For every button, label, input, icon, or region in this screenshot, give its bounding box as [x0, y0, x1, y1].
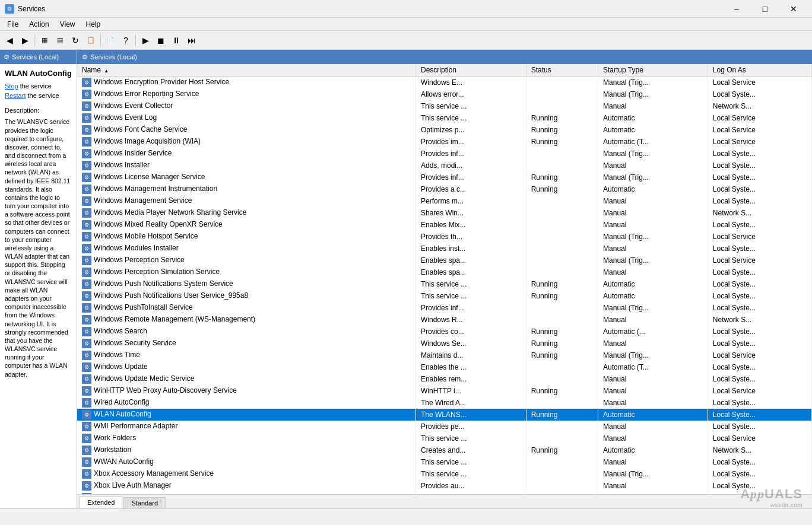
table-row[interactable]: ⚙Work FoldersThis service ...ManualLocal…: [77, 432, 812, 444]
col-startup[interactable]: Startup Type: [598, 64, 708, 77]
toolbar-restart[interactable]: ⏭: [185, 33, 199, 47]
table-row[interactable]: ⚙Windows Event CollectorThis service ...…: [77, 100, 812, 112]
cell-description: Windows Se...: [416, 338, 526, 349]
toolbar-view-toggle[interactable]: ▦: [37, 33, 52, 47]
col-logon[interactable]: Log On As: [708, 64, 811, 77]
cell-status: [526, 480, 598, 492]
service-icon: ⚙: [82, 434, 91, 443]
table-row[interactable]: ⚙Windows Modules InstallerEnables inst..…: [77, 243, 812, 254]
table-row[interactable]: ⚙Windows Media Player Network Sharing Se…: [77, 207, 812, 219]
table-row[interactable]: ⚙Windows SearchProvides co...RunningAuto…: [77, 326, 812, 338]
cell-name: ⚙Windows Update: [77, 361, 416, 373]
table-row[interactable]: ⚙Windows Error Reporting ServiceAllows e…: [77, 88, 812, 100]
table-row[interactable]: ⚙Windows Mobile Hotspot ServiceProvides …: [77, 231, 812, 243]
toolbar-forward[interactable]: ▶: [18, 33, 32, 47]
cell-status: [526, 77, 598, 89]
table-row[interactable]: ⚙WWAN AutoConfigThis service ...ManualLo…: [77, 456, 812, 468]
service-icon: ⚙: [82, 457, 91, 467]
cell-status: [526, 243, 598, 254]
tab-extended[interactable]: Extended: [80, 497, 122, 508]
table-row[interactable]: ⚙Windows Image Acquisition (WIA)Provides…: [77, 136, 812, 148]
table-row[interactable]: ⚙Windows Encryption Provider Host Servic…: [77, 77, 812, 89]
cell-status: Running: [526, 444, 598, 456]
col-status[interactable]: Status: [526, 64, 598, 77]
service-icon: ⚙: [82, 351, 91, 360]
sidebar-header: ⚙ Services (Local): [0, 50, 77, 64]
cell-description: Provides a c...: [416, 183, 526, 195]
cell-description: The Wired A...: [416, 397, 526, 409]
menu-view[interactable]: View: [55, 19, 80, 30]
restart-link[interactable]: Restart: [5, 92, 26, 99]
close-button[interactable]: ✕: [780, 0, 807, 18]
toolbar-pause[interactable]: ⏸: [169, 33, 183, 47]
col-name[interactable]: Name ▲: [77, 64, 416, 77]
cell-startup: Manual: [598, 207, 708, 219]
table-row[interactable]: ⚙Wired AutoConfigThe Wired A...ManualLoc…: [77, 397, 812, 409]
menu-file[interactable]: File: [2, 19, 23, 30]
table-row[interactable]: ⚙WLAN AutoConfigThe WLANS...RunningAutom…: [77, 409, 812, 421]
table-row[interactable]: ⚙WorkstationCreates and...RunningAutomat…: [77, 444, 812, 456]
stop-link[interactable]: Stop: [5, 82, 18, 90]
table-row[interactable]: ⚙Xbox Live Auth ManagerProvides au...Man…: [77, 480, 812, 492]
toolbar-play[interactable]: ▶: [138, 33, 153, 47]
table-row[interactable]: ⚙Windows InstallerAdds, modi...ManualLoc…: [77, 160, 812, 171]
toolbar-export[interactable]: 📋: [84, 33, 98, 47]
cell-status: Running: [526, 278, 598, 290]
maximize-button[interactable]: □: [751, 0, 779, 18]
cell-logon: Network S...: [708, 207, 811, 219]
table-row[interactable]: ⚙WMI Performance AdapterProvides pe...Ma…: [77, 421, 812, 432]
cell-name: ⚙Windows Image Acquisition (WIA): [77, 136, 416, 148]
cell-description: The WLANS...: [416, 409, 526, 421]
table-row[interactable]: ⚙Windows Management InstrumentationProvi…: [77, 183, 812, 195]
cell-startup: Manual: [598, 385, 708, 397]
table-row[interactable]: ⚙Windows PushToInstall ServiceProvides i…: [77, 302, 812, 314]
menu-help[interactable]: Help: [81, 19, 106, 30]
toolbar-refresh[interactable]: ↻: [68, 33, 83, 47]
table-row[interactable]: ⚙Windows TimeMaintains d...RunningManual…: [77, 349, 812, 361]
table-row[interactable]: ⚙Windows Font Cache ServiceOptimizes p..…: [77, 124, 812, 136]
table-row[interactable]: ⚙Xbox Accessory Management ServiceThis s…: [77, 468, 812, 480]
toolbar-back[interactable]: ◀: [2, 33, 17, 47]
cell-startup: Manual: [598, 456, 708, 468]
table-row[interactable]: ⚙Windows Security ServiceWindows Se...Ru…: [77, 338, 812, 349]
cell-startup: Manual: [598, 421, 708, 432]
table-row[interactable]: ⚙Windows Update Medic ServiceEnables rem…: [77, 373, 812, 385]
table-row[interactable]: ⚙Windows Perception ServiceEnables spa..…: [77, 254, 812, 266]
cell-logon: Local Syste...: [708, 219, 811, 231]
cell-description: Enables spa...: [416, 254, 526, 266]
toolbar-properties[interactable]: 📄: [103, 33, 118, 47]
cell-description: This service ...: [416, 290, 526, 302]
table-row[interactable]: ⚙Windows License Manager ServiceProvides…: [77, 171, 812, 183]
menu-action[interactable]: Action: [24, 19, 53, 30]
table-row[interactable]: ⚙Windows Perception Simulation ServiceEn…: [77, 266, 812, 278]
table-row[interactable]: ⚙Windows Remote Management (WS-Managemen…: [77, 314, 812, 326]
table-row[interactable]: ⚙Windows UpdateEnables the ...Automatic …: [77, 361, 812, 373]
toolbar-view2[interactable]: ▤: [53, 33, 67, 47]
cell-logon: Local Syste...: [708, 266, 811, 278]
cell-name: ⚙Xbox Accessory Management Service: [77, 468, 416, 480]
table-row[interactable]: ⚙WinHTTP Web Proxy Auto-Discovery Servic…: [77, 385, 812, 397]
table-row[interactable]: ⚙Windows Push Notifications System Servi…: [77, 278, 812, 290]
cell-logon: Local Syste...: [708, 421, 811, 432]
minimize-button[interactable]: –: [723, 0, 750, 18]
sidebar-content: WLAN AutoConfig Stop the service Restart…: [0, 64, 77, 508]
cell-startup: Automatic (T...: [598, 361, 708, 373]
cell-status: [526, 88, 598, 100]
col-description[interactable]: Description: [416, 64, 526, 77]
cell-name: ⚙Windows Perception Service: [77, 254, 416, 266]
app-icon: ⚙: [5, 4, 14, 14]
main-area: ⚙ Services (Local) WLAN AutoConfig Stop …: [0, 50, 812, 508]
toolbar-help-icon[interactable]: ?: [119, 33, 133, 47]
services-table[interactable]: Name ▲ Description Status Startup Type L…: [77, 64, 812, 494]
service-icon: ⚙: [82, 469, 91, 479]
table-row[interactable]: ⚙Windows Insider ServiceProvides inf...M…: [77, 148, 812, 160]
table-row[interactable]: ⚙Windows Push Notifications User Service…: [77, 290, 812, 302]
cell-logon: Local Service: [708, 112, 811, 124]
table-row[interactable]: ⚙Windows Event LogThis service ...Runnin…: [77, 112, 812, 124]
service-icon: ⚙: [82, 315, 91, 324]
cell-startup: Manual (Trig...: [598, 77, 708, 89]
table-row[interactable]: ⚙Windows Management ServicePerforms m...…: [77, 195, 812, 207]
table-row[interactable]: ⚙Windows Mixed Reality OpenXR ServiceEna…: [77, 219, 812, 231]
tab-standard[interactable]: Standard: [123, 497, 166, 508]
toolbar-stop[interactable]: ◼: [154, 33, 168, 47]
